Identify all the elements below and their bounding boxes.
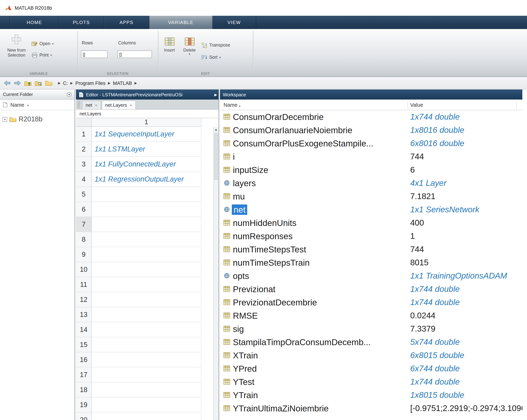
back-button[interactable]: [4, 80, 11, 86]
panel-menu-button[interactable]: [67, 92, 72, 97]
workspace-row[interactable]: opts 1x1 TrainingOptionsADAM: [220, 269, 522, 282]
column-header-name[interactable]: Name ▴: [0, 99, 75, 110]
grid-cell[interactable]: [92, 398, 201, 412]
transpose-button[interactable]: Transpose: [201, 41, 230, 49]
row-header[interactable]: 14: [76, 322, 92, 337]
grid-cell[interactable]: [92, 232, 201, 247]
workspace-row[interactable]: Previzionat 1x744 double: [220, 282, 522, 296]
workspace-row[interactable]: layers 4x1 Layer: [220, 176, 522, 190]
row-header[interactable]: 15: [76, 337, 92, 352]
workspace-row[interactable]: StampilaTimpOraConsumDecemb... 5x744 dou…: [220, 335, 522, 349]
workspace-row[interactable]: YTest 1x744 double: [220, 375, 522, 388]
workspace-row[interactable]: numResponses 1: [220, 229, 522, 243]
forward-button[interactable]: [14, 80, 21, 86]
column-header-name[interactable]: Name ▴: [224, 99, 241, 111]
column-header-1[interactable]: 1: [92, 118, 201, 127]
row-header[interactable]: 17: [76, 367, 92, 382]
close-icon[interactable]: ×: [95, 103, 97, 107]
ribbon-tab-home[interactable]: HOME: [10, 16, 59, 29]
row-header[interactable]: 9: [76, 247, 92, 262]
up-folder-button[interactable]: [24, 80, 32, 86]
grid-cell[interactable]: [92, 382, 201, 398]
workspace-row[interactable]: inputSize 6: [220, 163, 522, 176]
workspace-row[interactable]: mu 7.1821: [220, 190, 522, 203]
column-divider[interactable]: [407, 101, 408, 108]
row-header[interactable]: 7: [76, 217, 92, 232]
breadcrumb-segment-program-files[interactable]: Program Files: [76, 80, 106, 86]
print-button[interactable]: Print ▾: [32, 51, 52, 59]
breadcrumb-segment-matlab[interactable]: MATLAB: [113, 80, 132, 86]
row-header[interactable]: 18: [76, 382, 92, 398]
new-from-selection-button[interactable]: New from Selection: [4, 32, 29, 71]
breadcrumb-segment-drive[interactable]: C:: [63, 80, 68, 86]
workspace-row[interactable]: ConsumOrarIanuarieNoiembrie 1x8016 doubl…: [220, 124, 522, 137]
row-header[interactable]: 1: [76, 127, 92, 142]
grid-cell[interactable]: [92, 262, 201, 277]
grid-cell[interactable]: [92, 202, 201, 217]
row-header[interactable]: 16: [76, 352, 92, 367]
grid-cell[interactable]: [92, 247, 201, 262]
scroll-up-icon[interactable]: ▲: [214, 127, 219, 132]
columns-input[interactable]: [118, 51, 152, 58]
row-header[interactable]: 4: [76, 172, 92, 187]
workspace-row[interactable]: YTrain 1x8015 double: [220, 388, 522, 402]
workspace-row[interactable]: sig 7.3379: [220, 322, 522, 335]
row-header[interactable]: 10: [76, 262, 92, 277]
row-header[interactable]: 19: [76, 398, 92, 412]
workspace-row[interactable]: YTrainUltimaZiNoiembrie [-0.9751;2.2919;…: [220, 402, 522, 415]
workspace-row[interactable]: numTimeStepsTest 744: [220, 243, 522, 256]
grid-cell[interactable]: [92, 292, 201, 307]
expand-toggle-icon[interactable]: +: [2, 117, 7, 122]
column-header-value[interactable]: Value: [410, 99, 423, 110]
grid-cell[interactable]: 1x1 RegressionOutputLayer: [92, 172, 201, 187]
grid-cell[interactable]: [92, 277, 201, 292]
workspace-row[interactable]: numHiddenUnits 400: [220, 216, 522, 229]
row-header[interactable]: 5: [76, 187, 92, 202]
workspace-row[interactable]: i 744: [220, 150, 522, 163]
insert-button[interactable]: Insert: [160, 38, 179, 53]
grid-cell[interactable]: [92, 352, 201, 367]
scrollbar-thumb[interactable]: [214, 133, 218, 180]
row-header[interactable]: 6: [76, 202, 92, 217]
grid-cell[interactable]: 1x1 SequenceInputLayer: [92, 127, 201, 142]
row-header[interactable]: 20: [76, 412, 92, 420]
ribbon-tab-apps[interactable]: APPS: [104, 16, 149, 29]
delete-button[interactable]: Delete ▾: [180, 38, 199, 56]
grid-corner[interactable]: [76, 118, 92, 127]
workspace-row[interactable]: numTimeStepsTrain 8015: [220, 256, 522, 269]
ribbon-tab-plots[interactable]: PLOTS: [59, 16, 104, 29]
row-header[interactable]: 3: [76, 157, 92, 172]
row-header[interactable]: 12: [76, 292, 92, 307]
close-icon[interactable]: ×: [130, 103, 132, 107]
workspace-row-selected[interactable]: net 1x1 SeriesNetwork: [220, 203, 522, 216]
grid-cell[interactable]: [92, 187, 201, 202]
workspace-row[interactable]: ConsumOrarDecembrie 1x744 double: [220, 110, 522, 124]
header-overflow-icon[interactable]: ▶: [214, 93, 217, 97]
workspace-row[interactable]: YPred 6x744 double: [220, 362, 522, 375]
grid-cell[interactable]: [92, 337, 201, 352]
sort-button[interactable]: Sort ▾: [201, 53, 221, 61]
row-header[interactable]: 11: [76, 277, 92, 292]
grid-cell[interactable]: [92, 322, 201, 337]
grid-cell[interactable]: [92, 367, 201, 382]
open-button[interactable]: Open ▾: [32, 40, 54, 48]
row-header[interactable]: 13: [76, 307, 92, 322]
ribbon-tab-view[interactable]: VIEW: [212, 16, 256, 29]
row-header[interactable]: 2: [76, 142, 92, 157]
vertical-scrollbar[interactable]: ▲: [213, 127, 219, 420]
column-divider[interactable]: [516, 101, 516, 108]
workspace-row[interactable]: ConsumOrarPlusExogeneStampile... 6x8016 …: [220, 137, 522, 150]
doc-tab-net-layers[interactable]: net.Layers ×: [102, 101, 136, 109]
grid-cell[interactable]: [92, 412, 201, 420]
grid-cell[interactable]: 1x1 FullyConnectedLayer: [92, 157, 201, 172]
browse-folder-button[interactable]: [35, 80, 42, 86]
doc-tab-net[interactable]: net ×: [82, 101, 101, 109]
ribbon-tab-variable[interactable]: VARIABLE: [149, 16, 212, 29]
tab-drag-handle[interactable]: [77, 101, 80, 108]
grid-cell[interactable]: 1x1 LSTMLayer: [92, 142, 201, 157]
grid-cell[interactable]: [92, 307, 201, 322]
workspace-row[interactable]: RMSE 0.0244: [220, 309, 522, 322]
workspace-row[interactable]: XTrain 6x8015 double: [220, 349, 522, 362]
workspace-row[interactable]: PrevizionatDecembrie 1x744 double: [220, 296, 522, 309]
grid-cell[interactable]: [92, 217, 201, 232]
